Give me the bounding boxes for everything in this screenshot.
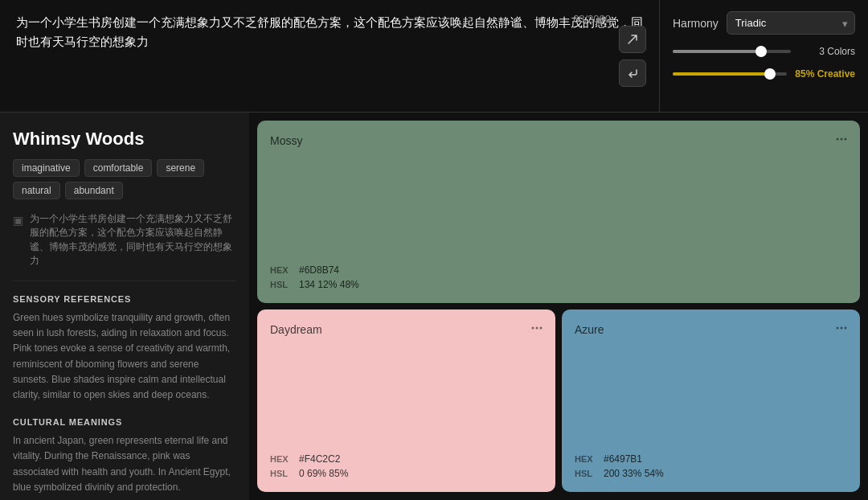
daydream-name: Daydream [270,323,322,336]
color-grid: Mossy HEX #6D8B74 HSL 134 12% 48% [249,113,868,500]
svg-point-0 [837,138,839,141]
colors-slider-thumb[interactable] [755,46,767,57]
daydream-hex-row: HEX #F4C2C2 [270,453,542,465]
creative-slider-track[interactable] [673,72,787,76]
color-block-daydream[interactable]: Daydream HEX #F4C2C2 [257,309,555,492]
cultural-title: CULTURAL MEANINGS [13,417,236,427]
daydream-hsl-label: HSL [270,469,293,478]
share-button[interactable] [619,26,646,53]
sensory-section: SENSORY REFERENCES Green hues symbolize … [13,294,236,403]
tag-abundant: abundant [65,182,123,199]
palette-title: Whimsy Woods [13,129,236,150]
svg-point-4 [536,327,538,330]
harmony-panel: Harmony Triadic ▾ 3 Colors 85% Creative [659,0,868,112]
svg-point-6 [837,327,839,330]
mossy-expand-icon[interactable] [834,132,849,150]
chevron-down-icon: ▾ [842,17,848,29]
mossy-hex-value: #6D8B74 [299,264,339,276]
cultural-section: CULTURAL MEANINGS In ancient Japan, gree… [13,417,236,495]
colors-value: 3 Colors [799,46,855,57]
colors-slider-fill [673,50,761,53]
azure-info: HEX #6497B1 HSL 200 33% 54% [575,453,847,479]
harmony-header: Harmony Triadic ▾ [673,11,855,35]
color-block-mossy[interactable]: Mossy HEX #6D8B74 HSL 134 12% 48% [257,121,860,303]
cultural-body: In ancient Japan, green represents etern… [13,433,236,495]
creative-slider-thumb[interactable] [764,68,776,80]
tags-area: imaginative comfortable serene natural a… [13,159,236,199]
enter-button[interactable] [619,59,646,87]
creative-slider-fill [673,72,770,76]
prompt-text: 为一个小学生书房创建一个充满想象力又不乏舒服的配色方案，这个配色方案应该唤起自然… [16,13,643,51]
creative-value: 85% Creative [795,68,855,80]
azure-hsl-value: 200 33% 54% [604,468,664,479]
azure-expand-icon[interactable] [834,321,849,338]
quote-icon: ▣ [13,214,23,268]
top-bar: 为一个小学生书房创建一个充满想象力又不乏舒服的配色方案，这个配色方案应该唤起自然… [0,0,868,113]
harmony-select[interactable]: Triadic ▾ [727,11,855,35]
mossy-hex-label: HEX [270,265,293,275]
quote-block: ▣ 为一个小学生书房创建一个充满想象力又不乏舒服的配色方案，这个配色方案应该唤起… [13,212,236,281]
azure-hsl-label: HSL [575,469,597,478]
daydream-expand-icon[interactable] [530,321,544,338]
svg-point-8 [845,327,847,330]
creative-slider-row: 85% Creative [673,68,855,80]
azure-hex-label: HEX [575,454,597,464]
tag-imaginative: imaginative [13,159,80,177]
left-panel: Whimsy Woods imaginative comfortable ser… [0,113,249,500]
tag-natural: natural [13,182,60,199]
azure-hex-value: #6497B1 [604,453,642,465]
svg-point-5 [540,327,542,330]
tag-comfortable: comfortable [84,159,153,177]
daydream-info: HEX #F4C2C2 HSL 0 69% 85% [270,453,542,479]
azure-hex-row: HEX #6497B1 [575,453,847,465]
mossy-hsl-value: 134 12% 48% [299,279,359,290]
char-count: 63/2000 [573,13,611,25]
azure-hsl-row: HSL 200 33% 54% [575,468,847,479]
colors-slider-track[interactable] [673,50,791,53]
daydream-hsl-row: HSL 0 69% 85% [270,468,542,479]
color-block-azure[interactable]: Azure HEX #6497B1 HS [562,309,860,492]
harmony-label: Harmony [673,17,719,30]
prompt-actions [619,26,646,87]
svg-point-7 [841,327,843,330]
daydream-hex-label: HEX [270,454,293,464]
azure-name: Azure [575,323,604,336]
mossy-hex-row: HEX #6D8B74 [270,264,847,276]
mossy-name: Mossy [270,134,302,147]
mossy-info: HEX #6D8B74 HSL 134 12% 48% [270,264,847,290]
svg-point-2 [845,138,847,141]
svg-point-1 [841,138,843,141]
mossy-hsl-row: HSL 134 12% 48% [270,279,847,290]
sensory-title: SENSORY REFERENCES [13,294,236,304]
quote-text: 为一个小学生书房创建一个充满想象力又不乏舒服的配色方案，这个配色方案应该唤起自然… [30,212,236,268]
daydream-hsl-value: 0 69% 85% [299,468,348,479]
main-content: Whimsy Woods imaginative comfortable ser… [0,113,868,500]
colors-slider-row: 3 Colors [673,46,855,57]
svg-point-3 [532,327,534,330]
daydream-hex-value: #F4C2C2 [299,453,340,465]
prompt-area: 为一个小学生书房创建一个充满想象力又不乏舒服的配色方案，这个配色方案应该唤起自然… [0,0,659,112]
color-block-row: Daydream HEX #F4C2C2 [257,309,860,492]
tag-serene: serene [157,159,204,177]
mossy-hsl-label: HSL [270,280,293,289]
harmony-select-value: Triadic [735,17,767,29]
sensory-body: Green hues symbolize tranquility and gro… [13,310,236,403]
